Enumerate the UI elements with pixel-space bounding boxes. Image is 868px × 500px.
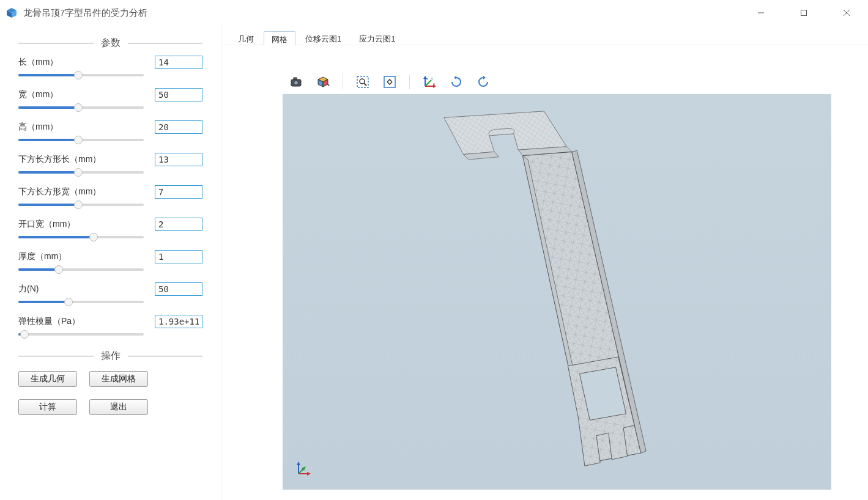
param-slider[interactable] xyxy=(18,233,144,241)
svg-rect-17 xyxy=(384,76,395,87)
param-input[interactable] xyxy=(155,153,202,166)
param-row: 厚度（mm） xyxy=(18,250,202,274)
zoom-box-icon[interactable] xyxy=(354,73,371,90)
param-input[interactable] xyxy=(155,218,202,231)
toolbar-separator xyxy=(343,75,343,89)
tab[interactable]: 位移云图1 xyxy=(297,31,349,45)
svg-text:x: x xyxy=(433,82,435,86)
generate-mesh-button[interactable]: 生成网格 xyxy=(89,371,148,387)
svg-marker-39 xyxy=(297,461,300,465)
app-icon xyxy=(5,6,18,20)
param-row: 弹性模量（Pa） xyxy=(18,315,202,339)
tab[interactable]: 几何 xyxy=(230,31,262,45)
axes-icon[interactable]: zyx xyxy=(421,73,438,90)
minimize-button[interactable] xyxy=(740,0,782,26)
param-input[interactable] xyxy=(155,185,202,199)
rotate-ccw-icon[interactable] xyxy=(475,73,492,90)
generate-geometry-button[interactable]: 生成几何 xyxy=(18,371,77,387)
tab[interactable]: 网格 xyxy=(264,31,295,45)
tab-bar: 几何网格位移云图1应力云图1 xyxy=(221,26,868,45)
exit-button[interactable]: 退出 xyxy=(89,399,148,415)
camera-icon[interactable] xyxy=(287,73,305,90)
rotate-cw-icon[interactable] xyxy=(448,73,465,90)
param-row: 宽（mm） xyxy=(18,88,202,112)
svg-line-22 xyxy=(425,80,431,86)
param-row: 力(N) xyxy=(18,282,202,306)
svg-rect-4 xyxy=(801,10,807,16)
param-slider[interactable] xyxy=(18,168,144,177)
svg-text:z: z xyxy=(426,77,428,81)
param-label: 厚度（mm） xyxy=(18,251,67,262)
params-section-header: 参数 xyxy=(18,37,202,50)
svg-marker-26 xyxy=(454,76,456,79)
param-input[interactable] xyxy=(155,282,202,296)
parameter-panel: 参数 长（mm） 宽（mm） 高（mm） xyxy=(0,26,221,500)
param-row: 下方长方形宽（mm） xyxy=(18,185,202,209)
window-controls xyxy=(740,0,868,26)
axes-triad-icon xyxy=(295,460,312,477)
param-slider[interactable] xyxy=(18,265,144,274)
param-slider[interactable] xyxy=(18,71,144,79)
tab[interactable]: 应力云图1 xyxy=(351,31,403,45)
param-input[interactable] xyxy=(155,315,202,328)
svg-marker-41 xyxy=(307,472,311,476)
svg-text:y: y xyxy=(431,76,433,80)
svg-rect-9 xyxy=(294,78,297,79)
compute-button[interactable]: 计算 xyxy=(18,399,77,415)
param-slider[interactable] xyxy=(18,298,144,306)
param-input[interactable] xyxy=(155,56,202,69)
param-input[interactable] xyxy=(155,250,202,263)
param-slider[interactable] xyxy=(18,330,144,339)
3d-canvas[interactable] xyxy=(283,94,831,490)
view-cube-icon[interactable] xyxy=(314,73,332,90)
param-row: 高（mm） xyxy=(18,120,202,144)
viewer-toolbar: zyx xyxy=(283,70,831,94)
toolbar-separator xyxy=(409,75,410,89)
close-button[interactable] xyxy=(825,0,868,26)
param-label: 弹性模量（Pa） xyxy=(18,316,80,327)
ops-section-title: 操作 xyxy=(94,350,128,362)
param-slider[interactable] xyxy=(18,103,144,112)
param-label: 下方长方形长（mm） xyxy=(18,154,101,165)
param-input[interactable] xyxy=(155,120,202,134)
param-label: 下方长方形宽（mm） xyxy=(18,186,101,197)
param-label: 开口宽（mm） xyxy=(18,219,75,230)
param-slider[interactable] xyxy=(18,200,144,209)
param-row: 下方长方形长（mm） xyxy=(18,153,202,177)
param-label: 宽（mm） xyxy=(18,89,58,100)
mesh-render xyxy=(283,94,831,490)
title-bar: 龙骨吊顶7字型吊件的受力分析 xyxy=(0,0,868,26)
param-label: 力(N) xyxy=(18,284,39,295)
svg-marker-27 xyxy=(483,76,486,79)
param-label: 高（mm） xyxy=(18,122,58,133)
param-input[interactable] xyxy=(155,88,202,101)
param-row: 开口宽（mm） xyxy=(18,218,202,241)
maximize-button[interactable] xyxy=(782,0,825,26)
zoom-extent-icon[interactable] xyxy=(381,73,398,90)
svg-line-16 xyxy=(364,83,366,86)
param-row: 长（mm） xyxy=(18,56,202,79)
svg-rect-14 xyxy=(357,76,368,87)
window-title: 龙骨吊顶7字型吊件的受力分析 xyxy=(23,7,147,19)
param-slider[interactable] xyxy=(18,136,144,144)
param-label: 长（mm） xyxy=(18,57,58,68)
svg-point-8 xyxy=(294,81,299,85)
viewer-panel: zyx xyxy=(283,70,831,490)
svg-point-15 xyxy=(360,79,365,84)
ops-section-header: 操作 xyxy=(18,350,202,362)
params-section-title: 参数 xyxy=(94,37,128,50)
